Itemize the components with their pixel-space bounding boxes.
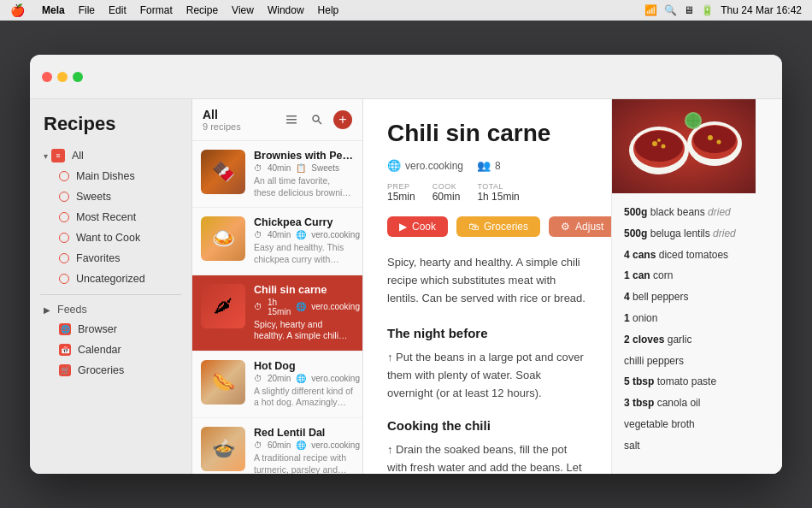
sidebar-item-most-recent[interactable]: Most Recent	[35, 207, 186, 227]
sidebar-all[interactable]: ▾ ≡ All	[30, 145, 191, 166]
calendar-label: Calendar	[78, 344, 121, 356]
sidebar-item-calendar[interactable]: 📅 Calendar	[35, 340, 186, 360]
sidebar-item-favorites[interactable]: Favorites	[35, 248, 186, 269]
most-recent-label: Most Recent	[76, 211, 136, 223]
recipe-thumb-hotdog: 🌭	[201, 360, 245, 405]
recipe-info-chili: Chili sin carne ⏱ 1h 15min 🌐 vero.cookin…	[254, 284, 354, 342]
ingredient-item: chilli peppers	[624, 354, 770, 369]
time-row: PREP 15min COOK 60min TOTAL 1h 15min	[387, 182, 587, 203]
section2-body: ↑ Drain the soaked beans, fill the pot w…	[387, 441, 587, 474]
sidebar-item-uncategorized[interactable]: Uncategorized	[35, 269, 186, 289]
ingredient-amount: 2 cloves	[624, 334, 664, 346]
cook-play-icon: ▶	[399, 221, 407, 233]
feeds-label: Feeds	[57, 304, 87, 316]
search-recipes-button[interactable]	[308, 110, 327, 129]
add-recipe-button[interactable]: +	[333, 110, 352, 129]
menu-app[interactable]: Mela	[42, 4, 65, 16]
recipe-item-hotdog[interactable]: 🌭 Hot Dog ⏱ 20min 🌐 vero.cooking A sligh…	[192, 351, 362, 418]
detail-panel: Chili sin carne 🌐 vero.cooking 👥 8	[363, 99, 782, 474]
sidebar-item-main-dishes[interactable]: Main Dishes	[35, 166, 186, 186]
sidebar-item-want-cook[interactable]: Want to Cook	[35, 227, 186, 248]
ingredient-amount: 4 cans	[624, 249, 656, 261]
source-icon-hotdog: 🌐	[296, 374, 306, 383]
recipe-thumb-chickpea: 🍛	[201, 216, 245, 261]
ingredient-name: corn	[653, 269, 673, 281]
menu-format[interactable]: Format	[140, 4, 173, 16]
ingredient-name: black beans	[650, 206, 705, 218]
sidebar-feeds[interactable]: ▶ Feeds	[30, 300, 191, 319]
groceries-button[interactable]: 🛍 Groceries	[456, 216, 540, 237]
main-dishes-label: Main Dishes	[76, 170, 135, 182]
ingredient-amount: 500g	[624, 206, 647, 218]
svg-rect-1	[286, 119, 297, 121]
adjust-button[interactable]: ⚙ Adjust	[549, 216, 611, 237]
sidebar-item-groceries[interactable]: 🛒 Groceries	[35, 360, 186, 381]
recipe-meta-hotdog: ⏱ 20min 🌐 vero.cooking	[254, 374, 354, 383]
detail-servings: 👥 8	[477, 159, 501, 172]
svg-rect-0	[286, 115, 297, 117]
menu-window[interactable]: Window	[268, 4, 304, 16]
total-time: TOTAL 1h 15min	[477, 182, 519, 203]
sidebar-item-browser[interactable]: 🌐 Browser	[35, 319, 186, 340]
clock: Thu 24 Mar 16:42	[721, 4, 802, 16]
recipe-desc-hotdog: A slightly different kind of a hot dog. …	[254, 386, 354, 409]
svg-point-19	[708, 135, 713, 140]
recipe-name-lentil: Red Lentil Dal	[254, 427, 354, 439]
ingredient-item: salt	[624, 439, 770, 453]
ingredient-amount: 4	[624, 291, 630, 303]
time-icon-hotdog: ⏱	[254, 374, 262, 383]
all-label: All	[72, 150, 84, 162]
menu-recipe[interactable]: Recipe	[186, 4, 218, 16]
ingredient-note: dried	[713, 227, 736, 239]
feeds-chevron: ▶	[44, 305, 50, 315]
recipe-info-hotdog: Hot Dog ⏱ 20min 🌐 vero.cooking A slightl…	[254, 360, 354, 409]
traffic-lights	[42, 72, 83, 82]
source-icon-brownies: 📋	[296, 163, 306, 173]
sidebar: Recipes ▾ ≡ All Main Dishes Sweets	[30, 99, 192, 474]
most-recent-icon	[59, 212, 69, 222]
time-icon-chili: ⏱	[254, 302, 262, 311]
toggle-sidebar-button[interactable]	[282, 110, 301, 129]
calendar-icon: 📅	[59, 344, 71, 356]
recipe-item-lentil[interactable]: 🍲 Red Lentil Dal ⏱ 60min 🌐 vero.cooking …	[192, 418, 362, 474]
menu-help[interactable]: Help	[318, 4, 339, 16]
ingredient-amount: 1	[624, 312, 630, 324]
sidebar-item-sweets[interactable]: Sweets	[35, 186, 186, 207]
source-icon-chickpea: 🌐	[296, 230, 306, 239]
recipe-item-chili[interactable]: 🌶 Chili sin carne ⏱ 1h 15min 🌐 vero.cook…	[192, 275, 362, 351]
time-icon-lentil: ⏱	[254, 440, 262, 450]
ingredient-name: tomato paste	[657, 375, 716, 387]
maximize-button[interactable]	[73, 72, 83, 82]
recipe-item-brownies[interactable]: 🍫 Brownies with Peanut Butter ⏱ 40min 📋 …	[192, 141, 362, 208]
recipe-desc-lentil: A traditional recipe with turmeric, pars…	[254, 452, 354, 474]
ingredient-amount: 1 can	[624, 269, 650, 281]
menu-file[interactable]: File	[79, 4, 95, 16]
menu-edit[interactable]: Edit	[109, 4, 127, 16]
detail-meta-row: 🌐 vero.cooking 👥 8	[387, 159, 587, 172]
ingredient-item: 4 bell peppers	[624, 290, 770, 304]
source-globe-icon: 🌐	[387, 159, 401, 172]
recipe-list-title: All	[203, 108, 241, 121]
recipe-info-chickpea: Chickpea Curry ⏱ 40min 🌐 vero.cooking Ea…	[254, 216, 354, 265]
minimize-button[interactable]	[57, 72, 68, 82]
close-button[interactable]	[42, 72, 52, 82]
cook-button[interactable]: ▶ Cook	[387, 216, 448, 237]
source-icon-lentil: 🌐	[296, 440, 306, 450]
apple-menu[interactable]: 🍎	[10, 3, 25, 17]
chevron-icon: ▾	[44, 151, 48, 161]
adjust-icon: ⚙	[561, 221, 570, 233]
recipe-desc-brownies: An all time favorite, these delicious br…	[254, 175, 354, 198]
favorites-icon	[59, 253, 69, 263]
recipe-meta-lentil: ⏱ 60min 🌐 vero.cooking	[254, 440, 354, 450]
recipe-desc-chickpea: Easy and healthy. This chickpea curry wi…	[254, 242, 354, 265]
svg-point-3	[313, 115, 319, 121]
prep-time: PREP 15min	[387, 182, 415, 203]
ingredient-name: bell peppers	[633, 291, 688, 303]
menubar: 🍎 Mela File Edit Format Recipe View Wind…	[0, 0, 812, 21]
svg-point-11	[693, 126, 736, 153]
menu-view[interactable]: View	[232, 4, 254, 16]
recipe-item-chickpea[interactable]: 🍛 Chickpea Curry ⏱ 40min 🌐 vero.cooking …	[192, 208, 362, 275]
servings-icon: 👥	[477, 159, 491, 172]
ingredient-item: 500g black beans dried	[624, 205, 770, 220]
ingredient-note: dried	[708, 206, 731, 218]
